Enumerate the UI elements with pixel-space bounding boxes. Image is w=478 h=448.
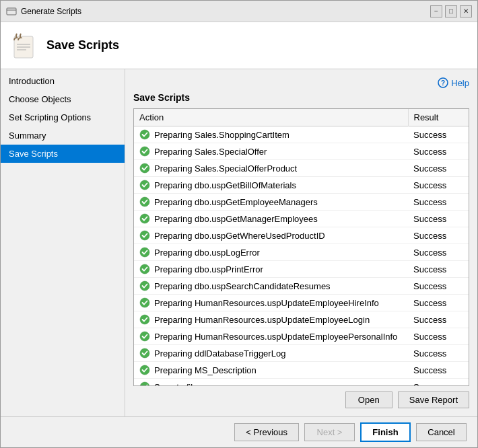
- success-icon: [139, 281, 150, 291]
- svg-point-15: [140, 248, 149, 257]
- svg-point-14: [140, 231, 149, 240]
- table-cell-result: Success: [408, 295, 469, 311]
- column-header-action: Action: [134, 109, 408, 126]
- table-cell-action: Preparing dbo.uspGetEmployeeManagers: [134, 194, 408, 211]
- svg-point-22: [140, 365, 149, 375]
- svg-point-11: [140, 180, 149, 190]
- table-row: Preparing Sales.SpecialOfferProductSucce…: [134, 160, 469, 177]
- save-report-button[interactable]: Save Report: [398, 391, 469, 408]
- help-icon: ?: [438, 77, 448, 88]
- sidebar: Introduction Choose Objects Set Scriptin…: [1, 69, 125, 416]
- table-row: Preparing HumanResources.uspUpdateEmploy…: [134, 311, 469, 328]
- table-row: Preparing MS_DescriptionSuccess: [134, 362, 469, 379]
- table-row: Preparing Sales.ShoppingCartItemSuccess: [134, 126, 469, 143]
- help-link[interactable]: ? Help: [438, 77, 469, 88]
- table-cell-result: Success: [408, 328, 469, 345]
- table-cell-result: Success: [408, 362, 469, 379]
- action-text: Preparing dbo.uspGetWhereUsedProductID: [154, 231, 325, 241]
- table-row: Preparing dbo.uspGetWhereUsedProductIDSu…: [134, 227, 469, 244]
- table-cell-action: Preparing ddlDatabaseTriggerLog: [134, 345, 408, 362]
- sidebar-item-choose-objects[interactable]: Choose Objects: [1, 90, 125, 108]
- svg-point-17: [140, 281, 149, 291]
- minimize-button[interactable]: −: [430, 5, 442, 17]
- success-icon: [139, 196, 150, 207]
- success-icon: [139, 230, 150, 241]
- svg-point-23: [140, 382, 149, 386]
- previous-button[interactable]: < Previous: [234, 423, 299, 441]
- table-cell-action: Preparing dbo.uspGetWhereUsedProductID: [134, 227, 408, 244]
- action-text: Preparing Sales.SpecialOfferProduct: [154, 163, 297, 174]
- svg-text:?: ?: [441, 79, 445, 87]
- column-header-result: Result: [408, 109, 469, 126]
- table-cell-result: Success: [408, 211, 469, 227]
- svg-point-9: [140, 147, 149, 156]
- window-title: Generate Scripts: [21, 7, 430, 16]
- success-icon: [139, 213, 150, 224]
- svg-point-10: [140, 163, 149, 173]
- table-cell-action: Preparing Sales.ShoppingCartItem: [134, 126, 408, 143]
- sidebar-item-save-scripts[interactable]: Save Scripts: [1, 145, 125, 163]
- success-icon: [139, 348, 150, 359]
- table-cell-action: Preparing dbo.uspPrintError: [134, 261, 408, 278]
- table-cell-action: Save to file: [134, 379, 408, 387]
- action-text: Preparing Sales.SpecialOffer: [154, 147, 267, 157]
- success-icon: [139, 314, 150, 325]
- table-row: Preparing ddlDatabaseTriggerLogSuccess: [134, 345, 469, 362]
- window-controls: − □ ✕: [430, 5, 472, 17]
- action-text: Save to file: [154, 382, 197, 387]
- action-text: Preparing dbo.uspGetEmployeeManagers: [154, 197, 318, 207]
- table-cell-action: Preparing Sales.SpecialOfferProduct: [134, 160, 408, 177]
- table-row: Preparing HumanResources.uspUpdateEmploy…: [134, 295, 469, 311]
- table-header-row: Action Result: [134, 109, 469, 126]
- action-text: Preparing HumanResources.uspUpdateEmploy…: [154, 315, 370, 325]
- title-bar: Generate Scripts − □ ✕: [1, 1, 477, 22]
- table-row: Preparing dbo.uspSearchCandidateResumesS…: [134, 278, 469, 295]
- table-cell-action: Preparing Sales.SpecialOffer: [134, 143, 408, 160]
- maximize-button[interactable]: □: [445, 5, 457, 17]
- table-cell-action: Preparing dbo.uspGetManagerEmployees: [134, 211, 408, 227]
- table-cell-result: Success: [408, 126, 469, 143]
- window-icon: [6, 6, 17, 17]
- action-text: Preparing ddlDatabaseTriggerLog: [154, 348, 285, 359]
- finish-button[interactable]: Finish: [360, 422, 411, 442]
- table-cell-action: Preparing dbo.uspGetBillOfMaterials: [134, 177, 408, 194]
- sidebar-item-set-scripting-options[interactable]: Set Scripting Options: [1, 108, 125, 126]
- action-text: Preparing HumanResources.uspUpdateEmploy…: [154, 298, 379, 308]
- table-row: Preparing dbo.uspGetManagerEmployeesSucc…: [134, 211, 469, 227]
- svg-point-13: [140, 214, 149, 223]
- success-icon: [139, 163, 150, 174]
- page-title: Save Scripts: [46, 38, 119, 52]
- action-text: Preparing MS_Description: [154, 365, 257, 375]
- table-cell-result: Success: [408, 345, 469, 362]
- content-area: Introduction Choose Objects Set Scriptin…: [1, 69, 477, 416]
- header-area: Save Scripts: [1, 22, 477, 69]
- action-text: Preparing dbo.uspSearchCandidateResumes: [154, 281, 331, 291]
- table-cell-result: Success: [408, 311, 469, 328]
- open-button[interactable]: Open: [345, 391, 392, 408]
- action-text: Preparing dbo.uspGetManagerEmployees: [154, 214, 318, 224]
- success-icon: [139, 297, 150, 308]
- table-cell-action: Preparing HumanResources.uspUpdateEmploy…: [134, 295, 408, 311]
- svg-point-16: [140, 264, 149, 274]
- next-button[interactable]: Next >: [304, 423, 355, 441]
- table-row: Preparing HumanResources.uspUpdateEmploy…: [134, 328, 469, 345]
- sidebar-item-introduction[interactable]: Introduction: [1, 72, 125, 90]
- section-title: Save Scripts: [133, 92, 469, 103]
- close-button[interactable]: ✕: [460, 5, 472, 17]
- table-row: Preparing dbo.uspGetEmployeeManagersSucc…: [134, 194, 469, 211]
- sidebar-item-summary[interactable]: Summary: [1, 126, 125, 145]
- success-icon: [139, 365, 150, 375]
- cancel-button[interactable]: Cancel: [416, 423, 467, 441]
- success-icon: [139, 331, 150, 342]
- table-row: Preparing Sales.SpecialOfferSuccess: [134, 143, 469, 160]
- table-cell-action: Preparing dbo.uspSearchCandidateResumes: [134, 278, 408, 295]
- action-text: Preparing HumanResources.uspUpdateEmploy…: [154, 332, 397, 342]
- svg-point-18: [140, 298, 149, 307]
- action-text: Preparing dbo.uspGetBillOfMaterials: [154, 180, 296, 190]
- success-icon: [139, 146, 150, 157]
- svg-point-21: [140, 348, 149, 358]
- table-cell-result: Success: [408, 177, 469, 194]
- table-body: Preparing Sales.ShoppingCartItemSuccess …: [134, 126, 469, 387]
- action-text: Preparing dbo.uspPrintError: [154, 264, 263, 274]
- help-row: ? Help: [133, 77, 469, 88]
